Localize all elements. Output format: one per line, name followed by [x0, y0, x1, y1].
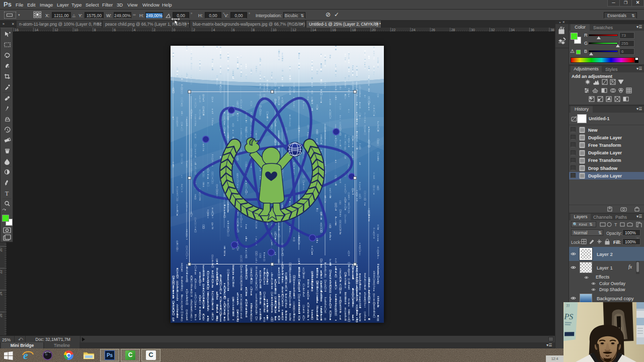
svg-text:20: 20	[0, 248, 3, 252]
svg-text:10: 10	[74, 28, 78, 32]
svg-text:20: 20	[372, 28, 376, 32]
svg-text:8: 8	[94, 28, 96, 32]
svg-text:38: 38	[550, 28, 554, 32]
svg-text:16: 16	[15, 28, 19, 32]
svg-text:12: 12	[292, 28, 296, 32]
svg-text:PS: PS	[564, 312, 573, 321]
svg-text:2: 2	[193, 28, 195, 32]
svg-text:32: 32	[491, 28, 495, 32]
svg-text:26: 26	[431, 28, 435, 32]
svg-text:Tl: Tl	[566, 304, 570, 308]
svg-text:6: 6	[233, 28, 235, 32]
svg-text:14: 14	[34, 28, 38, 32]
svg-text:28: 28	[451, 28, 455, 32]
svg-text:22: 22	[0, 269, 3, 274]
svg-text:6: 6	[114, 28, 116, 32]
svg-text:0: 0	[174, 28, 176, 32]
svg-text:24: 24	[0, 292, 3, 296]
svg-text:22: 22	[391, 28, 395, 32]
svg-text:34: 34	[511, 28, 515, 32]
svg-text:14: 14	[312, 28, 316, 32]
svg-text:24: 24	[412, 28, 416, 32]
svg-text:4: 4	[134, 28, 136, 32]
svg-text:2: 2	[153, 28, 155, 32]
svg-text:T: T	[5, 190, 9, 197]
svg-text:10: 10	[273, 28, 277, 32]
svg-text:36: 36	[530, 28, 534, 32]
svg-text:12: 12	[54, 28, 58, 32]
svg-text:26: 26	[0, 313, 3, 317]
svg-text:T: T	[614, 222, 617, 227]
svg-text:16: 16	[332, 28, 336, 32]
svg-text:4: 4	[213, 28, 215, 32]
svg-text:18: 18	[352, 28, 356, 32]
svg-text:30: 30	[471, 28, 475, 32]
svg-text:8: 8	[253, 28, 255, 32]
